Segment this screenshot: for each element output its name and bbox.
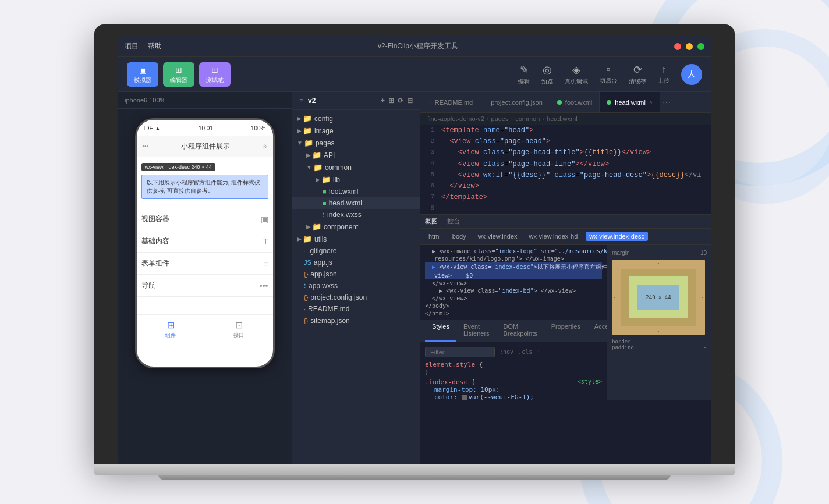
accessibility-tab[interactable]: Accessibility bbox=[587, 320, 607, 342]
menu-item-form[interactable]: 表单组件 ≡ bbox=[137, 253, 273, 275]
menu-item-basic[interactable]: 基础内容 T bbox=[137, 230, 273, 253]
device-label: iphone6 100% bbox=[118, 92, 292, 109]
html-breadcrumb-wxview-index-desc[interactable]: wx-view.index-desc bbox=[586, 232, 648, 241]
devtools-tab-console[interactable]: 控台 bbox=[447, 217, 460, 226]
minimize-button[interactable] bbox=[686, 43, 693, 50]
code-line-1: 1 <template name="head"> bbox=[420, 125, 711, 136]
simulator-button[interactable]: ▣ 模拟器 bbox=[127, 62, 158, 87]
html-code-view: ▶ <wx-image class="index-logo" src="../r… bbox=[420, 245, 607, 320]
upload-action[interactable]: ↑ 上传 bbox=[658, 63, 669, 85]
api-tab-label: 接口 bbox=[233, 332, 244, 339]
tab-head-wxml[interactable]: head.wxml × bbox=[600, 92, 660, 113]
margin-bottom-label: - bbox=[657, 329, 660, 334]
tree-item-sitemap[interactable]: {} sitemap.json bbox=[292, 315, 420, 326]
tree-item-readme[interactable]: · README.md bbox=[292, 303, 420, 315]
file-tree-action-collapse[interactable]: ⊟ bbox=[407, 97, 413, 105]
event-listeners-tab[interactable]: Event Listeners bbox=[456, 320, 497, 342]
filter-hint-hov[interactable]: :hov bbox=[499, 349, 513, 355]
devtools-tab-elements[interactable]: 概图 bbox=[425, 217, 438, 226]
css-block-element-style: element.style { } bbox=[425, 361, 602, 376]
tree-item-utils[interactable]: ▶ 📁 utils bbox=[292, 233, 420, 245]
tree-item-api[interactable]: ▶ 📁 API bbox=[292, 149, 420, 161]
tree-item-foot-wxml[interactable]: ■ foot.wxml bbox=[292, 186, 420, 197]
html-line-3: ▶ <wx-view class="index-desc">以下将展示小程序官方… bbox=[425, 262, 602, 272]
tree-item-projectjson[interactable]: {} project.config.json bbox=[292, 292, 420, 303]
file-tree-action-new-folder[interactable]: ⊞ bbox=[388, 97, 394, 105]
tree-item-component[interactable]: ▶ 📁 component bbox=[292, 221, 420, 233]
tree-item-head-wxml[interactable]: ■ head.wxml bbox=[292, 197, 420, 209]
menu-item-project[interactable]: 项目 bbox=[125, 41, 139, 51]
editor-button[interactable]: ⊞ 编辑器 bbox=[163, 62, 194, 87]
tab-readme[interactable]: · README.md bbox=[423, 92, 480, 113]
close-button[interactable] bbox=[674, 43, 681, 50]
devtools-section-tabs: 概图 控台 bbox=[420, 215, 711, 229]
filter-hint-plus[interactable]: + bbox=[537, 349, 540, 355]
foot-tab-label: foot.wxml bbox=[565, 99, 592, 106]
basic-icon: T bbox=[263, 237, 268, 246]
tree-item-appjson[interactable]: {} app.json bbox=[292, 268, 420, 280]
html-breadcrumb-html[interactable]: html bbox=[425, 232, 444, 241]
menu-item-help[interactable]: 帮助 bbox=[148, 41, 162, 51]
menu-item-nav[interactable]: 导航 ••• bbox=[137, 275, 273, 297]
file-tree-action-refresh[interactable]: ⟳ bbox=[398, 97, 403, 105]
device-debug-action[interactable]: ◈ 真机调试 bbox=[565, 63, 588, 86]
tree-item-lib[interactable]: ▶ 📁 lib bbox=[292, 173, 420, 186]
phone-tab-component[interactable]: ⊞ 组件 bbox=[165, 320, 176, 339]
background-action[interactable]: ▫ 切后台 bbox=[600, 63, 617, 85]
tree-item-config[interactable]: ▶ 📁 config bbox=[292, 112, 420, 125]
head-tab-icon bbox=[607, 100, 611, 105]
tab-foot-wxml[interactable]: foot.wxml bbox=[550, 92, 600, 113]
preview-label: 预览 bbox=[541, 77, 553, 86]
file-tree-action-new-file[interactable]: + bbox=[381, 97, 385, 105]
tree-item-pages[interactable]: ▼ 📁 pages bbox=[292, 137, 420, 149]
tree-item-api-name: API bbox=[324, 151, 335, 159]
preview-action[interactable]: ◎ 预览 bbox=[541, 63, 553, 86]
screen-bezel: 项目 帮助 v2-FinClip小程序开发工具 ▣ 模拟器 bbox=[94, 24, 735, 464]
css-block-index-desc: .index-desc { <style> margin-top: 10px; bbox=[425, 378, 602, 400]
breadcrumb-sep-1: › bbox=[487, 115, 489, 122]
preview-icon: ◎ bbox=[543, 63, 552, 76]
upload-icon: ↑ bbox=[661, 63, 667, 76]
tab-project-config[interactable]: project.config.json bbox=[480, 92, 550, 113]
test-button[interactable]: ⊡ 测试笔 bbox=[199, 62, 231, 87]
filter-input[interactable] bbox=[425, 347, 495, 357]
phone-tab-bar: ⊞ 组件 ⊡ 接口 bbox=[137, 314, 273, 343]
more-tabs-button[interactable]: ⋯ bbox=[663, 98, 671, 107]
tree-item-appwxss[interactable]: ⁝ app.wxss bbox=[292, 280, 420, 292]
clear-cache-action[interactable]: ⟳ 清缓存 bbox=[629, 63, 646, 86]
menu-item-view-container[interactable]: 视图容器 ▣ bbox=[137, 208, 273, 230]
properties-tab[interactable]: Properties bbox=[544, 320, 587, 342]
tree-item-image[interactable]: ▶ 📁 image bbox=[292, 125, 420, 137]
tree-item-common[interactable]: ▼ 📁 common bbox=[292, 161, 420, 173]
phone-device: IDE ▲ 10:01 100% ••• 小程序组件展示 ⊙ bbox=[135, 118, 275, 368]
tree-item-appjs[interactable]: JS app.js bbox=[292, 257, 420, 268]
app-title: v2-FinClip小程序开发工具 bbox=[378, 41, 458, 51]
tree-item-index-wxss[interactable]: ⁝ index.wxss bbox=[292, 209, 420, 221]
breadcrumb-sep-3: › bbox=[542, 115, 544, 122]
code-line-5: 5 <view wx:if="{{desc}}" class="page-hea… bbox=[420, 170, 711, 181]
head-tab-close[interactable]: × bbox=[649, 99, 653, 105]
tree-item-gitignore[interactable]: · .gitignore bbox=[292, 245, 420, 257]
box-border: 240 × 44 bbox=[621, 269, 696, 326]
html-line-8: </body> bbox=[425, 302, 602, 310]
user-avatar[interactable]: 人 bbox=[681, 64, 702, 85]
maximize-button[interactable] bbox=[697, 43, 704, 50]
filter-hint-cls[interactable]: .cls bbox=[518, 349, 532, 355]
tree-item-lib-name: lib bbox=[333, 176, 340, 184]
phone-tab-api[interactable]: ⊡ 接口 bbox=[233, 320, 244, 339]
code-line-4: 4 <view class="page-head-line"></view> bbox=[420, 159, 711, 170]
box-model-diagram: - - - - 240 × 44 bbox=[612, 260, 705, 335]
dom-breakpoints-tab[interactable]: DOM Breakpoints bbox=[497, 320, 544, 342]
html-breadcrumb-wxview-index[interactable]: wx-view.index bbox=[474, 232, 521, 241]
html-breadcrumb-wxview-index-hd[interactable]: wx-view.index-hd bbox=[526, 232, 582, 241]
box-margin: - - - - 240 × 44 bbox=[612, 260, 705, 335]
devtools: 概图 控台 html body wx-view.index wx-view.in… bbox=[420, 214, 711, 400]
css-selector-index-desc: .index-desc { <style> bbox=[425, 378, 602, 386]
box-padding: 240 × 44 bbox=[629, 276, 688, 318]
styles-tab[interactable]: Styles bbox=[425, 320, 456, 342]
edit-action[interactable]: ✎ 编辑 bbox=[518, 63, 530, 86]
code-editor[interactable]: 1 <template name="head"> 2 <view class="… bbox=[420, 125, 711, 214]
tree-item-gitignore-name: .gitignore bbox=[308, 247, 336, 255]
ide-window: 项目 帮助 v2-FinClip小程序开发工具 ▣ 模拟器 bbox=[118, 36, 711, 464]
html-breadcrumb-body[interactable]: body bbox=[449, 232, 470, 241]
